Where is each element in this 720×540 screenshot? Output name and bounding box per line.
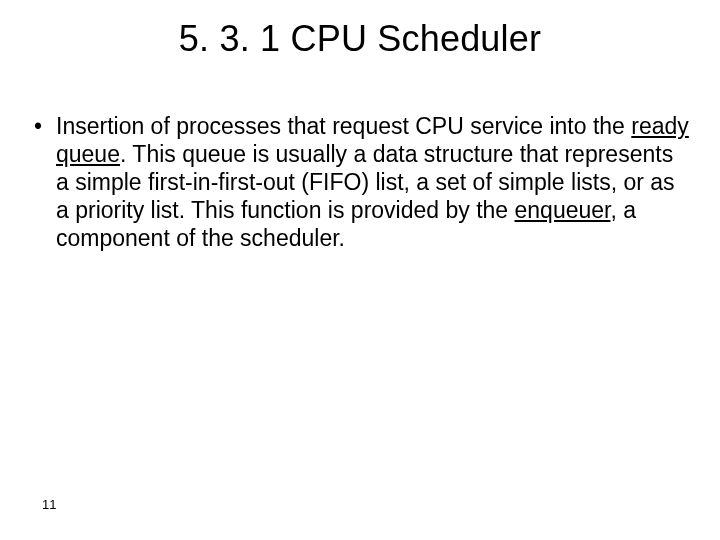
bullet-list: Insertion of processes that request CPU … bbox=[30, 112, 690, 252]
slide: 5. 3. 1 CPU Scheduler Insertion of proce… bbox=[0, 0, 720, 540]
slide-body: Insertion of processes that request CPU … bbox=[30, 112, 690, 252]
page-number: 11 bbox=[42, 497, 56, 512]
bullet-text-1: Insertion of processes that request CPU … bbox=[56, 113, 631, 139]
bullet-item: Insertion of processes that request CPU … bbox=[30, 112, 690, 252]
underline-enqueuer: enqueuer bbox=[515, 197, 611, 223]
slide-title: 5. 3. 1 CPU Scheduler bbox=[0, 18, 720, 60]
